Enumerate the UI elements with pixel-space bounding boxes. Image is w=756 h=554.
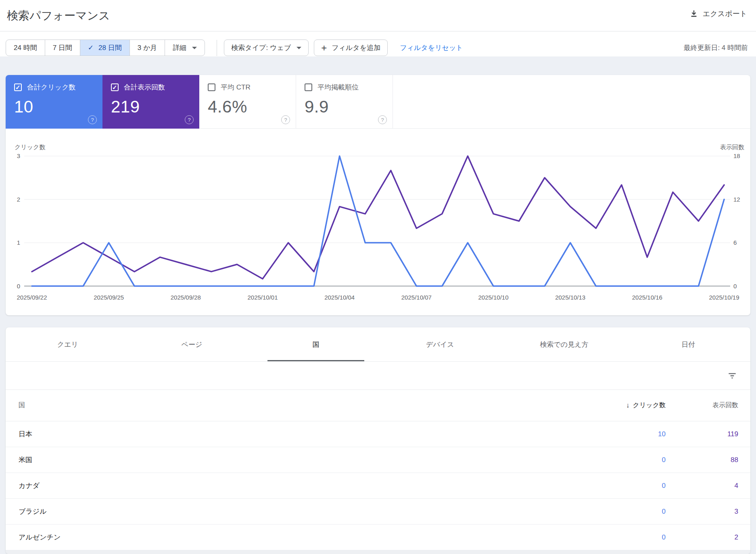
svg-text:1: 1 — [17, 239, 20, 246]
date-range-chip-2[interactable]: ✓28 日間 — [80, 40, 129, 56]
last-updated-text: 最終更新日: 4 時間前 — [683, 43, 750, 52]
search-type-label: 検索タイプ: ウェブ — [231, 43, 291, 52]
table-header-row: 国 ↓ クリック数 表示回数 — [6, 390, 750, 421]
date-range-label: 詳細 — [173, 43, 186, 52]
clicks-cell[interactable]: 0 — [662, 482, 666, 490]
filter-separator — [217, 40, 217, 56]
svg-text:12: 12 — [733, 196, 740, 203]
add-filter-label: フィルタを追加 — [332, 43, 380, 52]
svg-text:2025/10/07: 2025/10/07 — [401, 294, 432, 301]
date-range-label: 3 か月 — [138, 43, 157, 52]
sort-desc-icon: ↓ — [626, 402, 630, 410]
svg-text:2025/09/22: 2025/09/22 — [17, 294, 47, 301]
svg-text:3: 3 — [17, 152, 20, 159]
tab-label: ページ — [182, 340, 203, 349]
impressions-cell[interactable]: 4 — [735, 482, 738, 490]
export-label: エクスポート — [703, 9, 747, 19]
date-range-label: 28 日間 — [98, 43, 122, 52]
checkbox-icon[interactable] — [111, 83, 119, 91]
header-divider — [0, 31, 756, 31]
clicks-cell[interactable]: 0 — [662, 456, 666, 464]
tab-queries[interactable]: クエリ — [6, 327, 130, 361]
help-icon[interactable]: ? — [185, 115, 194, 124]
dimension-tabs: クエリ ページ 国 デバイス 検索での見え方 日付 — [6, 327, 750, 362]
tab-devices[interactable]: デバイス — [378, 327, 502, 361]
table-body: 日本 10 119 米国 0 88 カナダ 0 4 ブラジル 0 3 アルゼンチ… — [6, 421, 750, 550]
chevron-down-icon — [297, 47, 301, 49]
svg-text:18: 18 — [733, 152, 740, 159]
impressions-cell[interactable]: 119 — [727, 430, 738, 438]
metric-tiles: 合計クリック数 10 ? 合計表示回数 219 ? 平均 CTR 4.6% ? … — [6, 75, 750, 129]
metric-tile-average-position[interactable]: 平均掲載順位 9.9 ? — [296, 75, 393, 129]
export-button[interactable]: エクスポート — [689, 9, 747, 19]
svg-text:クリック数: クリック数 — [15, 144, 45, 150]
help-icon[interactable]: ? — [378, 115, 387, 124]
tab-countries[interactable]: 国 — [254, 327, 378, 361]
impressions-cell[interactable]: 3 — [735, 508, 738, 516]
svg-text:2025/10/01: 2025/10/01 — [247, 294, 278, 301]
table-row[interactable]: アルゼンチン 0 2 — [6, 525, 750, 550]
filter-list-icon[interactable] — [727, 371, 737, 381]
metric-tile-total-clicks[interactable]: 合計クリック数 10 ? — [6, 75, 102, 129]
check-icon: ✓ — [88, 44, 94, 52]
tab-label: デバイス — [426, 340, 454, 349]
metric-value: 4.6% — [208, 97, 296, 117]
filter-bar: 24 時間 7 日間 ✓28 日間 3 か月 詳細 検索タイプ: ウェブ + フ… — [6, 40, 750, 56]
help-icon[interactable]: ? — [88, 115, 97, 124]
reset-filters-link[interactable]: フィルタをリセット — [400, 43, 463, 52]
svg-text:0: 0 — [17, 283, 20, 289]
svg-text:6: 6 — [733, 239, 737, 246]
table-row[interactable]: 米国 0 88 — [6, 447, 750, 473]
date-range-label: 24 時間 — [14, 43, 37, 52]
checkbox-icon[interactable] — [14, 83, 22, 91]
svg-text:2025/10/04: 2025/10/04 — [324, 294, 355, 301]
checkbox-icon[interactable] — [208, 83, 215, 91]
tab-dates[interactable]: 日付 — [626, 327, 750, 361]
impressions-cell[interactable]: 88 — [731, 456, 738, 464]
column-header-clicks[interactable]: ↓ クリック数 — [626, 401, 666, 410]
svg-text:2025/10/16: 2025/10/16 — [632, 294, 662, 301]
column-header-impressions[interactable]: 表示回数 — [712, 401, 738, 410]
metric-value: 10 — [14, 97, 102, 117]
svg-text:2025/10/19: 2025/10/19 — [709, 294, 739, 301]
metric-label: 平均 CTR — [221, 83, 251, 92]
table-row[interactable]: 日本 10 119 — [6, 421, 750, 447]
clicks-cell[interactable]: 0 — [662, 508, 666, 516]
svg-text:2025/09/28: 2025/09/28 — [171, 294, 201, 301]
impressions-cell[interactable]: 2 — [735, 533, 738, 542]
clicks-cell[interactable]: 0 — [662, 533, 666, 542]
search-type-chip[interactable]: 検索タイプ: ウェブ — [224, 40, 309, 56]
tab-pages[interactable]: ページ — [130, 327, 254, 361]
plus-icon: + — [321, 43, 327, 53]
table-bottom-strip — [6, 550, 750, 554]
svg-text:0: 0 — [733, 283, 737, 289]
page-title: 検索パフォーマンス — [7, 8, 110, 23]
svg-text:2025/10/13: 2025/10/13 — [555, 294, 585, 301]
tab-search-appearance[interactable]: 検索での見え方 — [502, 327, 627, 361]
table-row[interactable]: カナダ 0 4 — [6, 473, 750, 499]
metric-tile-total-impressions[interactable]: 合計表示回数 219 ? — [102, 75, 199, 129]
column-header-clicks-label: クリック数 — [633, 401, 666, 410]
tab-label: 日付 — [681, 340, 695, 349]
table-toolbar — [6, 362, 750, 390]
download-icon — [689, 9, 698, 18]
tab-label: クエリ — [57, 340, 78, 349]
metric-label: 合計クリック数 — [27, 83, 76, 92]
date-range-chip-custom[interactable]: 詳細 — [165, 40, 205, 56]
performance-card: 合計クリック数 10 ? 合計表示回数 219 ? 平均 CTR 4.6% ? … — [6, 75, 750, 315]
country-cell: アルゼンチン — [19, 533, 593, 542]
help-icon[interactable]: ? — [281, 115, 290, 124]
date-range-label: 7 日間 — [53, 43, 72, 52]
svg-text:2025/09/25: 2025/09/25 — [94, 294, 124, 301]
date-range-chip-0[interactable]: 24 時間 — [6, 40, 45, 56]
table-row[interactable]: ブラジル 0 3 — [6, 499, 750, 525]
add-filter-chip[interactable]: + フィルタを追加 — [314, 40, 388, 56]
metric-label: 合計表示回数 — [124, 83, 165, 92]
checkbox-icon[interactable] — [305, 83, 312, 91]
metric-tile-average-ctr[interactable]: 平均 CTR 4.6% ? — [199, 75, 296, 129]
date-range-chip-1[interactable]: 7 日間 — [45, 40, 80, 56]
clicks-cell[interactable]: 10 — [658, 430, 666, 438]
svg-text:2025/10/10: 2025/10/10 — [478, 294, 508, 301]
date-range-chip-3[interactable]: 3 か月 — [129, 40, 165, 56]
country-cell: 日本 — [19, 429, 593, 439]
